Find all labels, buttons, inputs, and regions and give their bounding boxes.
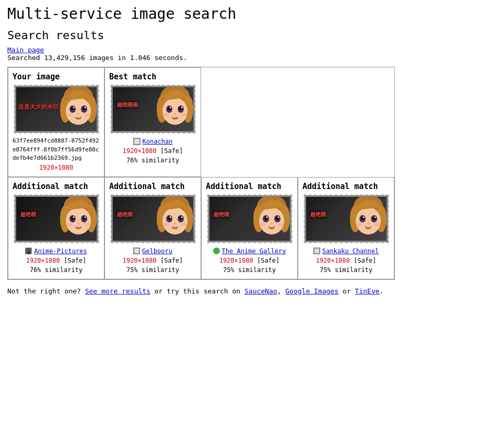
svg-point-24 (181, 107, 182, 109)
svg-point-89 (374, 223, 380, 226)
svg-point-18 (162, 98, 188, 125)
best-match-similarity: 76% similarity (123, 156, 183, 165)
tineye-link[interactable]: TinEye (355, 287, 379, 295)
results-row-1: Your image (8, 67, 394, 177)
svg-point-25 (174, 113, 176, 115)
image-hash: 63f7ee894fcd8887-8752f492e8764fff-8f0b7f… (13, 137, 100, 163)
best-match-source: Konachan (123, 137, 183, 146)
additional-match-4-cell: Additional match (298, 177, 394, 279)
anime-pictures-icon: ✦ (25, 247, 32, 254)
svg-point-28 (163, 113, 169, 116)
search-info: Searched 13,429,156 images in 1.046 seco… (7, 54, 495, 62)
search-results-heading: Search results (7, 29, 495, 42)
additional-4-info: Sankaku Channel 1920×1080 [Safe] 75% sim… (313, 246, 379, 275)
page-title: Multi-service image search (7, 5, 495, 22)
your-image-thumbnail: 这是大大的水印 (15, 86, 98, 133)
watermark-text: 这是大大的水印 (18, 103, 59, 111)
footer: Not the right one? See more results or t… (7, 287, 495, 295)
google-images-link[interactable]: Google Images (285, 287, 338, 295)
svg-point-43 (66, 223, 73, 226)
additional-1-title: Additional match (13, 182, 88, 191)
anime-pictures-link[interactable]: Anime-Pictures (34, 246, 87, 256)
anime-gallery-link[interactable]: The Anime Gallery (222, 246, 286, 256)
best-match-thumbnail: 超绝萌画 (111, 86, 195, 133)
additional-match-3-cell: Additional match (201, 177, 298, 279)
additional-1-source: ✦ Anime-Pictures (25, 246, 87, 256)
svg-point-12 (76, 115, 81, 117)
svg-point-78 (356, 207, 381, 234)
your-image-title: Your image (13, 72, 60, 81)
anime-gallery-icon (213, 247, 220, 254)
additional-1-dims: 1920×1080 [Safe] (25, 256, 87, 265)
additional-4-source: Sankaku Channel (313, 246, 379, 256)
svg-point-85 (367, 222, 369, 224)
footer-or: or (343, 287, 351, 295)
image-dims: 1920×1080 (13, 163, 100, 172)
svg-point-14 (84, 113, 90, 116)
sankaku-icon (313, 247, 320, 254)
additional-2-title: Additional match (109, 182, 185, 191)
additional-4-dims: 1920×1080 [Safe] (313, 256, 379, 265)
svg-point-27 (172, 115, 178, 117)
konachan-link[interactable]: Konachan (143, 137, 173, 146)
svg-point-9 (84, 107, 86, 109)
footer-not-right: Not the right one? (7, 287, 81, 295)
additional-1-similarity: 76% similarity (25, 265, 87, 275)
additional-2-source: Gelbooru (123, 246, 183, 256)
svg-point-63 (259, 207, 284, 234)
footer-period: . (379, 287, 383, 295)
svg-point-44 (84, 223, 90, 226)
footer-comma: , (277, 287, 282, 295)
sankaku-link[interactable]: Sankaku Channel (322, 246, 379, 256)
stamp-text-1: 超绝萌 (19, 210, 37, 219)
saucenao-link[interactable]: SauceNao (244, 287, 277, 295)
svg-point-54 (181, 216, 182, 218)
svg-point-3 (66, 98, 91, 125)
svg-point-83 (363, 216, 364, 218)
additional-3-dims: 1920×1080 [Safe] (213, 256, 286, 265)
additional-2-dims: 1920×1080 [Safe] (123, 256, 183, 265)
stamp-text-2: 超绝萌 (116, 210, 134, 219)
svg-point-72 (269, 225, 274, 227)
stamp-text-3: 超绝萌 (213, 210, 230, 219)
svg-point-42 (76, 225, 81, 227)
svg-point-69 (277, 216, 279, 218)
your-image-cell: Your image (8, 67, 104, 177)
gelbooru-link[interactable]: Gelbooru (142, 246, 172, 256)
stamp-text: 超绝萌画 (116, 101, 139, 109)
main-page-link[interactable]: Main page (7, 46, 44, 54)
svg-point-10 (77, 113, 79, 115)
best-match-dims: 1920×1080 [Safe] (123, 146, 183, 156)
svg-point-68 (266, 216, 267, 218)
konachan-icon (133, 138, 141, 145)
svg-point-48 (162, 207, 188, 234)
stamp-text-4: 超绝萌 (309, 210, 327, 219)
svg-point-39 (84, 216, 86, 218)
results-grid: Your image (7, 67, 395, 280)
svg-point-58 (163, 223, 169, 226)
svg-point-29 (181, 113, 187, 116)
additional-4-title: Additional match (302, 182, 378, 191)
svg-point-55 (174, 222, 176, 224)
svg-point-74 (277, 223, 284, 226)
additional-match-2-cell: Additional match (104, 177, 201, 279)
additional-1-thumbnail: 超绝萌 (15, 195, 98, 242)
best-match-info: Konachan 1920×1080 [Safe] 76% similarity (123, 137, 183, 165)
additional-3-info: The Anime Gallery 1920×1080 [Safe] 75% s… (213, 246, 286, 275)
best-match-title: Best match (109, 72, 156, 81)
your-image-info: 63f7ee894fcd8887-8752f492e8764fff-8f0b7f… (13, 137, 100, 172)
footer-or-try: or try this search on (155, 287, 240, 295)
svg-point-40 (77, 222, 79, 224)
svg-point-23 (169, 107, 171, 109)
see-more-results-link[interactable]: See more results (85, 287, 150, 295)
additional-2-similarity: 75% similarity (123, 265, 183, 275)
svg-point-59 (181, 223, 187, 226)
additional-3-similarity: 75% similarity (213, 265, 286, 275)
additional-4-similarity: 75% similarity (313, 265, 379, 275)
additional-match-1-cell: Additional match (8, 177, 104, 279)
svg-point-87 (366, 225, 371, 227)
svg-point-70 (271, 222, 273, 224)
svg-point-53 (169, 216, 171, 218)
additional-4-thumbnail: 超绝萌 (305, 195, 388, 242)
svg-point-33 (66, 207, 91, 234)
